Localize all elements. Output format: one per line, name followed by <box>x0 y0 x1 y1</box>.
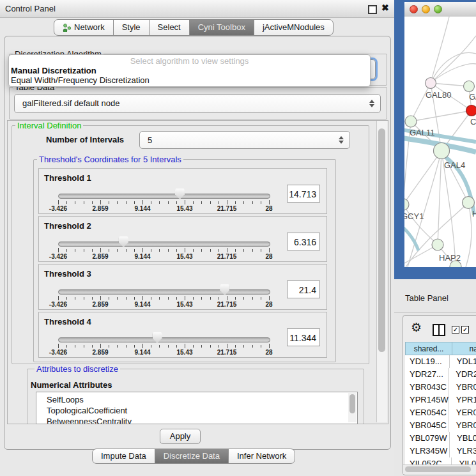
tick <box>176 201 177 204</box>
tab-style[interactable]: Style <box>113 19 150 36</box>
bottom-tab-impute-data[interactable]: Impute Data <box>92 449 155 464</box>
network-node-gal11[interactable] <box>405 116 417 127</box>
network-canvas[interactable]: GAL80GACGAL11GAL4GCY1HHAP2 <box>404 17 476 267</box>
tick <box>100 296 101 300</box>
minimize-traffic-light-icon[interactable] <box>422 5 430 13</box>
scrollbar-thumb[interactable] <box>349 394 355 413</box>
threshold-slider-track[interactable] <box>58 242 270 247</box>
threshold-value-field[interactable]: 6.316 <box>287 233 320 250</box>
cell-name[interactable]: YER0 <box>449 406 476 419</box>
network-node-c[interactable] <box>466 105 476 116</box>
tick-label: 2.859 <box>92 205 108 212</box>
table-row[interactable]: YIL052CYIL0 <box>405 457 476 464</box>
network-edge[interactable] <box>431 17 449 83</box>
scrollbar-thumb[interactable] <box>405 466 471 472</box>
network-node-hap2[interactable] <box>432 239 443 250</box>
cell-name[interactable]: YIL0 <box>451 457 476 464</box>
network-node-ga[interactable] <box>464 81 475 92</box>
threshold-value-field[interactable]: 11.344 <box>287 328 320 346</box>
zoom-traffic-light-icon[interactable] <box>434 5 442 13</box>
threshold-value-field[interactable]: 21.4 <box>287 280 320 298</box>
node-table[interactable]: YDL19...YDL1YDR27...YDR2YBR043CYBR0YPR14… <box>405 355 476 464</box>
tick <box>227 344 227 348</box>
settings-vertical-scrollbar[interactable] <box>376 121 387 422</box>
column-header-shared-name[interactable]: shared... <box>405 342 452 355</box>
table-row[interactable]: YBR043CYBR0 <box>405 381 476 394</box>
cell-shared-name[interactable]: YLR345W <box>405 445 449 457</box>
cell-shared-name[interactable]: YBL079W <box>405 432 449 445</box>
network-edge[interactable] <box>404 204 438 245</box>
table-row[interactable]: YBL079WYBL0 <box>405 432 476 445</box>
network-edge[interactable] <box>404 151 441 204</box>
table-row[interactable]: YPR145WYPR1 <box>405 394 476 406</box>
combo-stepper-icon[interactable] <box>369 100 374 107</box>
network-node-gcy1[interactable] <box>404 199 409 210</box>
cell-shared-name[interactable]: YBR043C <box>405 381 449 394</box>
network-edge[interactable] <box>431 53 476 83</box>
cell-name[interactable]: YBR0 <box>449 381 476 394</box>
tab-label: Infer Network <box>237 449 286 463</box>
attributes-list-scrollbar[interactable] <box>348 393 357 422</box>
numerical-attributes-list[interactable]: SelfLoopsTopologicalCoefficientBetweenne… <box>36 392 358 424</box>
tab-cyni-toolbox[interactable]: Cyni Toolbox <box>189 19 254 36</box>
network-node-gal80[interactable] <box>426 78 436 89</box>
network-node-gal4[interactable] <box>434 143 450 159</box>
float-window-icon[interactable] <box>368 5 377 14</box>
combo-stepper-icon[interactable] <box>339 136 344 144</box>
apply-button[interactable]: Apply <box>160 429 201 444</box>
cell-shared-name[interactable]: YPR145W <box>405 394 449 406</box>
cell-name[interactable]: YDL1 <box>449 355 476 368</box>
table-horizontal-scrollbar[interactable] <box>403 464 476 474</box>
network-edge[interactable] <box>466 203 472 267</box>
tab-network[interactable]: Network <box>54 19 114 36</box>
network-edge[interactable] <box>411 83 431 121</box>
popup-item-manual-discretization[interactable]: Manual Discretization <box>11 66 96 75</box>
bottom-tab-infer-network[interactable]: Infer Network <box>228 449 295 464</box>
cell-name[interactable]: YBR0 <box>449 419 476 432</box>
number-of-intervals-value: 5 <box>148 135 152 145</box>
table-data-combobox[interactable]: galFiltered.sif default node <box>14 94 381 113</box>
cell-name[interactable]: YBL0 <box>449 432 476 445</box>
popup-item-equal-width-frequency-discretization[interactable]: Equal Width/Frequency Discretization <box>11 75 150 85</box>
cell-name[interactable]: YLR3 <box>449 445 476 457</box>
tick <box>168 249 169 252</box>
split-columns-icon[interactable] <box>433 324 445 336</box>
table-row[interactable]: YLR345WYLR3 <box>405 445 476 457</box>
tick-label: -3.426 <box>49 205 67 212</box>
column-header-name[interactable]: name <box>452 342 476 355</box>
bottom-tab-discretize-data[interactable]: Discretize Data <box>155 449 229 464</box>
close-traffic-light-icon[interactable] <box>410 5 418 13</box>
tab-jactivemnodules[interactable]: jActiveMNodules <box>254 19 334 36</box>
checkbox-icon[interactable]: ✓ <box>461 326 469 334</box>
network-edge[interactable] <box>431 64 476 83</box>
cell-shared-name[interactable]: YDR27... <box>405 368 448 381</box>
threshold-slider-track[interactable] <box>58 194 270 199</box>
table-row[interactable]: YBR045CYBR0 <box>405 419 476 432</box>
cell-shared-name[interactable]: YIL052C <box>405 457 451 464</box>
network-window-titlebar[interactable] <box>404 2 476 17</box>
table-row[interactable]: YDR27...YDR2 <box>405 368 476 381</box>
table-row[interactable]: YER054CYER0 <box>405 406 476 419</box>
gear-icon[interactable]: ⚙ <box>411 320 422 335</box>
scrollbar-thumb[interactable] <box>378 128 385 352</box>
table-row[interactable]: YDL19...YDL1 <box>405 355 476 368</box>
close-icon[interactable]: ✖ <box>381 3 389 13</box>
attribute-item-betweennesscentrality[interactable]: BetweennessCentrality <box>36 416 357 424</box>
tab-select[interactable]: Select <box>149 19 190 36</box>
cell-shared-name[interactable]: YBR045C <box>405 419 449 432</box>
cell-name[interactable]: YDR2 <box>448 368 476 381</box>
threshold-slider-track[interactable] <box>58 337 270 342</box>
threshold-slider-track[interactable] <box>58 289 270 295</box>
cell-shared-name[interactable]: YER054C <box>405 406 449 419</box>
cell-shared-name[interactable]: YDL19... <box>405 355 449 368</box>
number-of-intervals-combobox[interactable]: 5 <box>139 131 350 149</box>
attributes-group-label: Attributes to discretize <box>35 364 120 374</box>
cell-name[interactable]: YPR1 <box>449 394 476 406</box>
threshold-value-field[interactable]: 14.713 <box>287 185 320 203</box>
checkbox-icon[interactable]: ✓ <box>452 326 459 334</box>
tick <box>210 249 211 252</box>
network-edge[interactable] <box>411 111 472 121</box>
network-node-h[interactable] <box>463 197 475 209</box>
attribute-item-selfloops[interactable]: SelfLoops <box>36 394 357 405</box>
attribute-item-topologicalcoefficient[interactable]: TopologicalCoefficient <box>36 405 357 416</box>
